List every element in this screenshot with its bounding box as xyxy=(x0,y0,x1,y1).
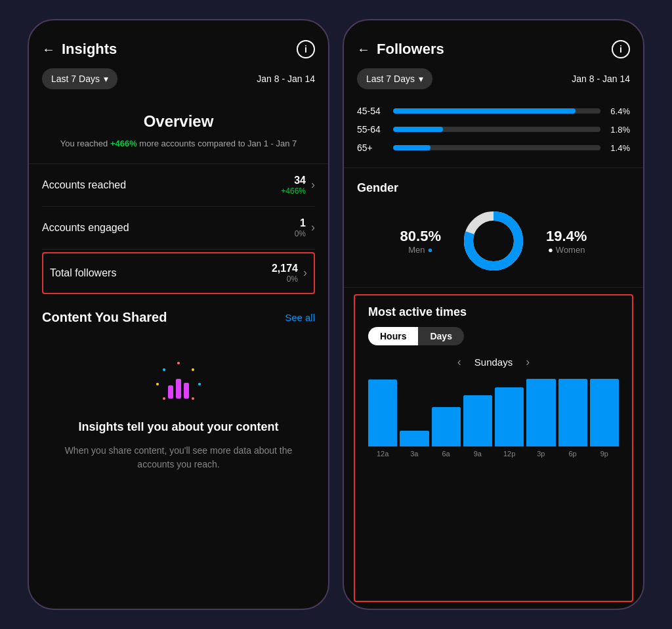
age-row-65plus: 65+ 1.4% xyxy=(357,142,630,153)
right-phone: ← Followers i Last 7 Days ▾ Jan 8 - Jan … xyxy=(343,19,644,610)
left-phone: ← Insights i Last 7 Days ▾ Jan 8 - Jan 1… xyxy=(28,19,329,610)
bar-3a: 3a xyxy=(400,379,429,458)
svg-point-12 xyxy=(475,223,512,259)
content-section: Content You Shared See all xyxy=(29,297,328,609)
info-button[interactable]: i xyxy=(297,40,315,58)
hours-tab[interactable]: Hours xyxy=(368,327,418,345)
period-dropdown[interactable]: Last 7 Days ▾ xyxy=(357,68,432,89)
prev-day-button[interactable]: ‹ xyxy=(457,355,461,369)
stat-accounts-reached[interactable]: Accounts reached 34 +466% › xyxy=(42,164,315,207)
age-section: 45-54 6.4% 55-64 1.8% 65+ xyxy=(344,99,643,168)
filter-row: Last 7 Days ▾ Jan 8 - Jan 14 xyxy=(344,68,643,99)
day-nav: ‹ Sundays › xyxy=(368,355,619,369)
svg-point-3 xyxy=(192,397,194,400)
date-range: Jan 8 - Jan 14 xyxy=(257,74,315,84)
page-title: Insights xyxy=(62,41,290,58)
svg-point-0 xyxy=(177,362,180,364)
see-all-link[interactable]: See all xyxy=(285,312,315,323)
empty-title: Insights tell you about your content xyxy=(78,420,278,434)
svg-point-2 xyxy=(198,383,201,385)
gender-section: Gender 80.5% Men ● xyxy=(344,168,643,288)
gender-men: 80.5% Men ● xyxy=(400,228,441,255)
overview-section: Overview You reached +466% more accounts… xyxy=(29,99,328,164)
active-times-section: Most active times Hours Days ‹ Sundays ›… xyxy=(354,294,633,602)
bar-9p: 9p xyxy=(590,379,619,458)
chevron-right-icon: › xyxy=(311,178,315,192)
filter-row: Last 7 Days ▾ Jan 8 - Jan 14 xyxy=(29,68,328,99)
overview-subtitle: You reached +466% more accounts compared… xyxy=(42,137,315,150)
gender-title: Gender xyxy=(357,181,630,195)
svg-point-4 xyxy=(163,368,165,371)
overview-title: Overview xyxy=(42,112,315,131)
bar-12p: 12p xyxy=(495,379,524,458)
next-day-button[interactable]: › xyxy=(526,355,530,369)
stats-section: Accounts reached 34 +466% › Accounts eng… xyxy=(29,164,328,297)
gender-women: 19.4% ● Women xyxy=(546,228,587,255)
age-row-45-54: 45-54 6.4% xyxy=(357,106,630,116)
stat-total-followers[interactable]: Total followers 2,174 0% › xyxy=(42,252,315,294)
toggle-row: Hours Days xyxy=(368,327,619,345)
days-tab[interactable]: Days xyxy=(418,327,463,345)
content-header: Content You Shared See all xyxy=(42,310,315,325)
activity-bar-chart: 12a 3a 6a 9a xyxy=(368,379,619,458)
bar-3p: 3p xyxy=(526,379,555,458)
info-button[interactable]: i xyxy=(612,40,630,58)
left-header: ← Insights i xyxy=(29,33,328,68)
svg-point-6 xyxy=(163,397,165,400)
age-row-55-64: 55-64 1.8% xyxy=(357,124,630,135)
chevron-right-icon: › xyxy=(303,266,307,280)
bar-9a: 9a xyxy=(463,379,492,458)
stat-accounts-engaged[interactable]: Accounts engaged 1 0% › xyxy=(42,207,315,249)
svg-rect-9 xyxy=(184,383,189,399)
back-button[interactable]: ← xyxy=(42,42,55,57)
active-times-title: Most active times xyxy=(368,305,619,319)
empty-desc: When you share content, you'll see more … xyxy=(55,444,302,471)
right-header: ← Followers i xyxy=(344,33,643,68)
bar-6p: 6p xyxy=(558,379,587,458)
gender-donut-chart xyxy=(461,208,526,274)
period-dropdown[interactable]: Last 7 Days ▾ xyxy=(42,68,117,89)
current-day: Sundays xyxy=(474,357,513,368)
chevron-right-icon: › xyxy=(311,221,315,234)
svg-rect-8 xyxy=(176,379,181,399)
content-icon xyxy=(152,358,205,410)
bar-6a: 6a xyxy=(432,379,461,458)
page-title: Followers xyxy=(377,41,605,58)
empty-state: Insights tell you about your content Whe… xyxy=(42,345,315,485)
svg-point-5 xyxy=(156,383,159,385)
date-range: Jan 8 - Jan 14 xyxy=(572,74,630,84)
svg-point-1 xyxy=(192,368,194,371)
bar-12a: 12a xyxy=(368,379,397,458)
bar-chart-icon xyxy=(152,358,205,410)
gender-content: 80.5% Men ● xyxy=(357,208,630,274)
back-button[interactable]: ← xyxy=(357,42,370,57)
content-title: Content You Shared xyxy=(42,310,167,325)
svg-rect-7 xyxy=(168,385,173,399)
